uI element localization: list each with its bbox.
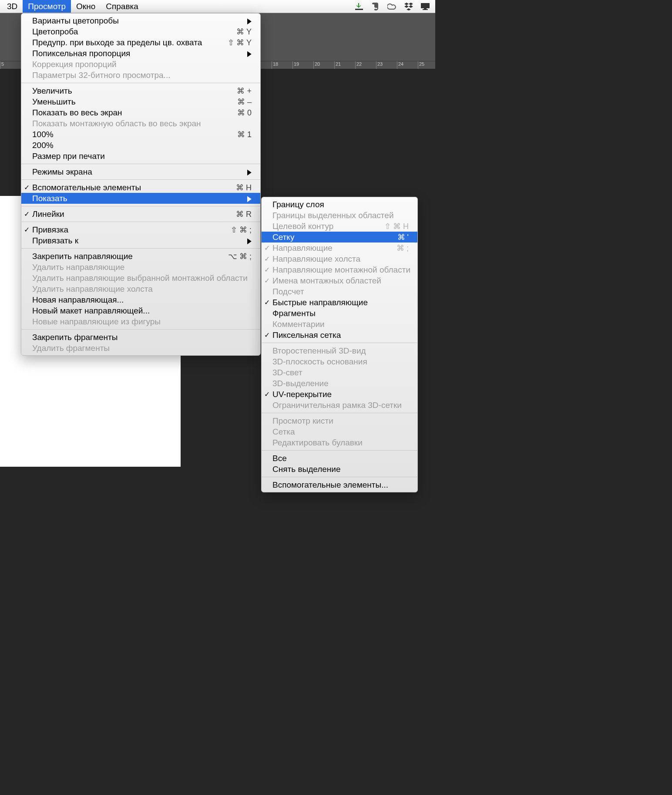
- view-menu-item[interactable]: Новая направляющая...: [21, 294, 260, 305]
- ruler-tick: 24: [397, 61, 418, 69]
- menu-item-label: Режимы экрана: [32, 167, 247, 177]
- view-menu-item[interactable]: Закрепить направляющие⌥ ⌘ ;: [21, 251, 260, 262]
- shortcut-label: ⇧ ⌘ Y: [228, 38, 252, 47]
- menu-item-label: Сетка: [272, 427, 409, 437]
- show-submenu-item: Ограничительная рамка 3D-сетки: [262, 400, 417, 411]
- menu-item-label: 3D-свет: [272, 368, 409, 377]
- ruler-tick: 5: [0, 61, 21, 69]
- view-menu-item[interactable]: Увеличить⌘ +: [21, 85, 260, 96]
- menu-item-label: 3D-выделение: [272, 379, 409, 388]
- menu-item-label: Ограничительная рамка 3D-сетки: [272, 401, 409, 410]
- view-menu-item[interactable]: ✓Вспомогательные элементы⌘ H: [21, 182, 260, 193]
- ruler-tick: 19: [292, 61, 313, 69]
- check-icon: ✓: [264, 266, 270, 274]
- view-menu-item: Удалить направляющие выбранной монтажной…: [21, 273, 260, 283]
- view-menu-item[interactable]: Цветопроба⌘ Y: [21, 26, 260, 37]
- view-menu-item[interactable]: Уменьшить⌘ –: [21, 96, 260, 107]
- shortcut-label: ⌘ 1: [237, 130, 252, 139]
- menu-item-label: Имена монтажных областей: [272, 276, 409, 286]
- show-submenu-item[interactable]: Фрагменты: [262, 308, 417, 319]
- view-menu-item[interactable]: Привязать к▶: [21, 235, 260, 246]
- menu-item-label: Редактировать булавки: [272, 438, 409, 448]
- menu-item-label: Размер при печати: [32, 152, 252, 161]
- check-icon: ✓: [24, 226, 30, 234]
- show-submenu-item[interactable]: ✓UV-перекрытие: [262, 389, 417, 400]
- menu-item-label: Сетку: [272, 232, 397, 242]
- menu-item-label: Границы выделенных областей: [272, 211, 409, 220]
- menu-item-label: Быстрые направляющие: [272, 298, 409, 307]
- check-icon: ✓: [264, 390, 270, 398]
- menu-item-label: Снять выделение: [272, 465, 409, 474]
- view-menu-item[interactable]: Показать во весь экран⌘ 0: [21, 107, 260, 118]
- view-menu-item[interactable]: Попиксельная пропорция▶: [21, 48, 260, 59]
- menubar-item-3d[interactable]: 3D: [2, 0, 23, 13]
- view-menu-item[interactable]: ✓Линейки⌘ R: [21, 209, 260, 219]
- dropbox-icon[interactable]: [403, 2, 414, 11]
- check-icon: ✓: [24, 210, 30, 218]
- view-menu-item[interactable]: Показать▶: [21, 193, 260, 204]
- menu-item-label: Вспомогательные элементы: [32, 183, 236, 192]
- show-submenu-item: Второстепенный 3D-вид: [262, 345, 417, 356]
- menubar-item-просмотр[interactable]: Просмотр: [23, 0, 71, 13]
- submenu-arrow-icon: ▶: [247, 194, 252, 203]
- show-submenu-item: ✓Направляющие монтажной области: [262, 264, 417, 275]
- view-menu-item: Удалить фрагменты: [21, 343, 260, 354]
- menu-item-label: Показать во весь экран: [32, 108, 237, 118]
- view-menu-item[interactable]: Размер при печати: [21, 151, 260, 162]
- menu-separator: [21, 222, 260, 222]
- menu-item-label: Закрепить фрагменты: [32, 333, 252, 342]
- evernote-icon[interactable]: [370, 2, 381, 11]
- menubar-item-окно[interactable]: Окно: [71, 0, 101, 13]
- show-submenu-item: Просмотр кисти: [262, 415, 417, 426]
- show-submenu-item: ✓Имена монтажных областей: [262, 275, 417, 286]
- view-menu-item[interactable]: 100%⌘ 1: [21, 129, 260, 140]
- show-submenu-item[interactable]: Границу слоя: [262, 199, 417, 210]
- show-submenu-item[interactable]: ✓Быстрые направляющие: [262, 297, 417, 308]
- cc-icon[interactable]: [386, 2, 398, 11]
- shortcut-label: ⇧ ⌘ ;: [231, 225, 252, 235]
- menubar-item-справка[interactable]: Справка: [101, 0, 144, 13]
- view-menu-item[interactable]: 200%: [21, 140, 260, 151]
- check-icon: ✓: [24, 183, 30, 192]
- view-menu-item[interactable]: ✓Привязка⇧ ⌘ ;: [21, 224, 260, 235]
- shortcut-label: ⌘ +: [237, 86, 252, 96]
- shortcut-label: ⇧ ⌘ H: [384, 222, 409, 231]
- display-icon[interactable]: [420, 2, 431, 11]
- menu-item-label: Подсчет: [272, 287, 409, 296]
- menu-item-label: Показать: [32, 194, 247, 203]
- view-menu-item[interactable]: Новый макет направляющей...: [21, 305, 260, 316]
- show-submenu-item[interactable]: Все: [262, 453, 417, 464]
- menu-item-label: Попиксельная пропорция: [32, 49, 247, 58]
- menu-item-label: Увеличить: [32, 86, 237, 96]
- check-icon: ✓: [264, 255, 270, 263]
- view-menu-item[interactable]: Варианты цветопробы▶: [21, 15, 260, 26]
- show-submenu-item[interactable]: ✓Пиксельная сетка: [262, 330, 417, 340]
- menu-item-label: Комментарии: [272, 320, 409, 329]
- view-menu-item[interactable]: Закрепить фрагменты: [21, 332, 260, 343]
- menu-item-label: 200%: [32, 141, 252, 150]
- show-submenu-item[interactable]: Снять выделение: [262, 464, 417, 475]
- menu-item-label: Вспомогательные элементы...: [272, 480, 409, 490]
- show-submenu-item: 3D-выделение: [262, 378, 417, 389]
- download-icon[interactable]: [353, 2, 365, 11]
- menu-item-label: Направляющие: [272, 243, 396, 253]
- show-submenu-item: 3D-плоскость основания: [262, 356, 417, 367]
- menu-item-label: Удалить направляющие холста: [32, 284, 252, 294]
- ruler-tick: 25: [418, 61, 435, 69]
- ruler-tick: 23: [376, 61, 397, 69]
- view-menu-item[interactable]: Предупр. при выходе за пределы цв. охват…: [21, 37, 260, 48]
- show-submenu-item: Комментарии: [262, 319, 417, 330]
- show-submenu-item[interactable]: Сетку⌘ ': [262, 232, 417, 243]
- menu-item-label: Второстепенный 3D-вид: [272, 346, 409, 356]
- view-menu-item: Показать монтажную область во весь экран: [21, 118, 260, 129]
- menu-separator: [21, 206, 260, 206]
- show-submenu-item: ✓Направляющие холста: [262, 253, 417, 264]
- show-submenu-item[interactable]: Вспомогательные элементы...: [262, 479, 417, 490]
- ruler-tick: 22: [355, 61, 376, 69]
- show-submenu-item: Границы выделенных областей: [262, 210, 417, 221]
- menu-item-label: Все: [272, 454, 409, 463]
- view-menu-item: Удалить направляющие: [21, 262, 260, 273]
- submenu-arrow-icon: ▶: [247, 236, 252, 245]
- shortcut-label: ⌘ Y: [236, 27, 252, 37]
- view-menu-item[interactable]: Режимы экрана▶: [21, 166, 260, 177]
